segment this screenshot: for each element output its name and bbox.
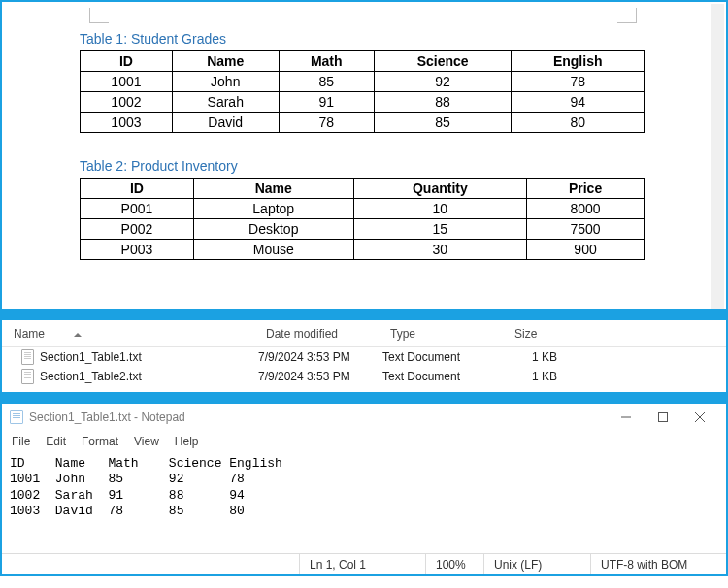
table-row: 1001John859278 xyxy=(81,72,645,92)
list-item[interactable]: Section1_Table2.txt 7/9/2024 3:53 PM Tex… xyxy=(2,367,726,386)
sort-asc-icon xyxy=(74,329,82,337)
table1-r0c2: 85 xyxy=(279,72,374,92)
col-header-type[interactable]: Type xyxy=(382,327,507,341)
table2-h1: Name xyxy=(193,179,353,199)
text-file-icon xyxy=(21,349,34,365)
table-row: P002Desktop157500 xyxy=(81,219,645,240)
file-date: 7/9/2024 3:53 PM xyxy=(250,350,375,364)
col-header-name[interactable]: Name xyxy=(6,327,258,341)
table2-title: Table 2: Product Inventory xyxy=(80,158,645,174)
table-row: 1002Sarah918894 xyxy=(81,92,645,113)
table2-r0c3: 8000 xyxy=(527,199,645,219)
vertical-scrollbar[interactable] xyxy=(711,4,724,309)
file-type: Text Document xyxy=(375,370,499,383)
text-editor[interactable]: ID Name Math Science English 1001 John 8… xyxy=(2,452,726,553)
table1-h2: Math xyxy=(279,51,374,72)
file-size: 1 KB xyxy=(499,350,596,364)
table1-r1c2: 91 xyxy=(279,92,374,113)
window-titlebar[interactable]: Section1_Table1.txt - Notepad xyxy=(2,404,726,431)
notepad-icon xyxy=(10,410,23,424)
col-header-size[interactable]: Size xyxy=(507,327,604,341)
table2-r2c1: Mouse xyxy=(193,240,353,260)
svg-rect-1 xyxy=(659,413,668,422)
table1-r2c3: 85 xyxy=(374,113,512,133)
status-cursor: Ln 1, Col 1 xyxy=(299,554,425,574)
table1-h1: Name xyxy=(172,51,279,72)
table1-r1c0: 1002 xyxy=(81,92,173,113)
maximize-button[interactable] xyxy=(645,407,681,428)
table2-r0c2: 10 xyxy=(353,199,527,219)
document-body: Table 1: Student Grades ID Name Math Sci… xyxy=(80,8,645,260)
table1-r0c0: 1001 xyxy=(81,72,173,92)
menu-format[interactable]: Format xyxy=(80,433,120,450)
menu-view[interactable]: View xyxy=(132,433,161,450)
table-row: P003Mouse30900 xyxy=(81,240,645,260)
table1: ID Name Math Science English 1001John859… xyxy=(80,50,645,133)
table-row: P001Laptop108000 xyxy=(81,199,645,219)
menu-help[interactable]: Help xyxy=(173,433,201,450)
table1-r2c4: 80 xyxy=(512,113,645,133)
table2-h2: Quantity xyxy=(353,179,527,199)
table1-r1c4: 94 xyxy=(512,92,645,113)
table2-r2c2: 30 xyxy=(353,240,527,260)
table1-r0c1: John xyxy=(172,72,279,92)
table2-r1c0: P002 xyxy=(81,219,194,240)
table2-r0c1: Laptop xyxy=(193,199,353,219)
table1-r1c3: 88 xyxy=(374,92,512,113)
table1-h0: ID xyxy=(81,51,173,72)
table2-h0: ID xyxy=(81,179,194,199)
table2-r2c0: P003 xyxy=(81,240,194,260)
table1-r0c3: 92 xyxy=(374,72,512,92)
window-title: Section1_Table1.txt - Notepad xyxy=(29,410,185,424)
table1-title: Table 1: Student Grades xyxy=(80,31,645,47)
file-type: Text Document xyxy=(375,350,499,364)
table2-r0c0: P001 xyxy=(81,199,194,219)
menu-file[interactable]: File xyxy=(10,433,32,450)
table2-r1c2: 15 xyxy=(353,219,527,240)
table2-r1c1: Desktop xyxy=(193,219,353,240)
table1-r2c2: 78 xyxy=(279,113,374,133)
table2: ID Name Quantity Price P001Laptop108000 … xyxy=(80,178,645,260)
status-encoding: UTF-8 with BOM xyxy=(590,554,726,574)
table2-r1c3: 7500 xyxy=(527,219,645,240)
document-panel: Table 1: Student Grades ID Name Math Sci… xyxy=(0,0,728,314)
notepad-panel: Section1_Table1.txt - Notepad File Edit … xyxy=(0,398,728,576)
minimize-button[interactable] xyxy=(608,407,645,428)
table1-r2c0: 1003 xyxy=(81,113,173,133)
menu-edit[interactable]: Edit xyxy=(44,433,68,450)
file-size: 1 KB xyxy=(499,370,596,383)
file-date: 7/9/2024 3:53 PM xyxy=(250,370,375,383)
status-bar: Ln 1, Col 1 100% Unix (LF) UTF-8 with BO… xyxy=(2,553,726,574)
table2-h3: Price xyxy=(527,179,645,199)
table2-r2c3: 900 xyxy=(527,240,645,260)
explorer-panel: Name Date modified Type Size Section1_Ta… xyxy=(0,314,728,398)
list-item[interactable]: Section1_Table1.txt 7/9/2024 3:53 PM Tex… xyxy=(2,347,726,367)
table1-r1c1: Sarah xyxy=(172,92,279,113)
status-eol: Unix (LF) xyxy=(483,554,590,574)
file-name: Section1_Table1.txt xyxy=(40,350,142,364)
menu-bar: File Edit Format View Help xyxy=(2,431,726,452)
status-zoom: 100% xyxy=(425,554,483,574)
file-name: Section1_Table2.txt xyxy=(40,370,142,383)
table1-h3: Science xyxy=(374,51,512,72)
explorer-header: Name Date modified Type Size xyxy=(2,320,726,347)
table1-r0c4: 78 xyxy=(512,72,645,92)
table-row: 1003David788580 xyxy=(81,113,645,133)
close-button[interactable] xyxy=(681,407,718,428)
col-header-name-label: Name xyxy=(14,327,45,341)
col-header-date[interactable]: Date modified xyxy=(258,327,382,341)
table1-r2c1: David xyxy=(172,113,279,133)
table1-h4: English xyxy=(512,51,645,72)
text-file-icon xyxy=(21,369,34,384)
